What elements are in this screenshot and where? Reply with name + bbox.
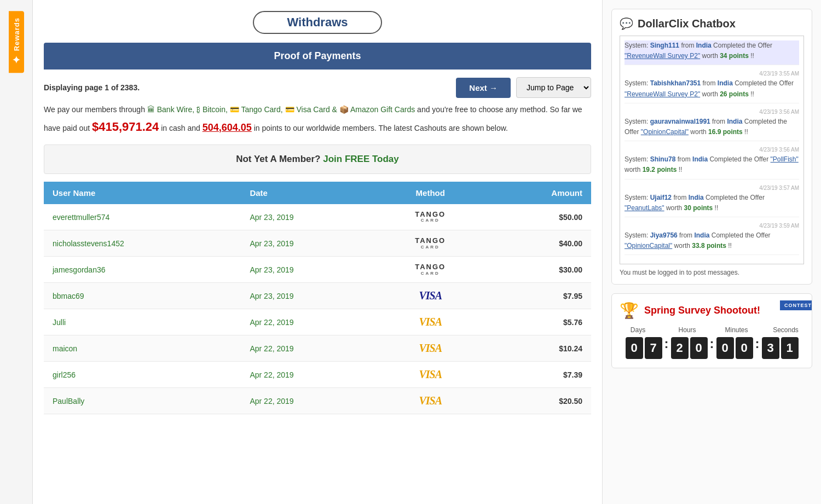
cell-date: Apr 23, 2019	[241, 204, 377, 230]
cell-amount: $5.76	[484, 309, 591, 335]
chat-entry: 4/23/19 3:59 AMSystem: Jiya9756 from Ind…	[625, 222, 799, 255]
chat-points: 26 points	[720, 90, 749, 98]
cell-amount: $10.24	[484, 335, 591, 362]
table-row: everettmuller574 Apr 23, 2019 TANGOCARD …	[44, 204, 591, 230]
cell-date: Apr 23, 2019	[241, 230, 377, 257]
cell-method: TANGOCARD	[377, 257, 484, 283]
join-link[interactable]: Join FREE Today	[323, 154, 399, 164]
visa-logo: VISA	[419, 289, 442, 302]
contest-ribbon: CONTEST	[780, 300, 812, 310]
chat-points: 30 points	[684, 204, 713, 212]
tango-logo: TANGOCARD	[386, 211, 475, 223]
page-title-bar: Withdraws	[44, 11, 591, 34]
chat-offer[interactable]: "OpinionCapital"	[641, 128, 689, 136]
chat-entry: 4/23/19 3:57 AMSystem: Ujaif12 from Indi…	[625, 184, 799, 217]
tango-logo: TANGOCARD	[386, 263, 475, 276]
chat-timestamp: 4/23/19 3:59 AM	[625, 222, 799, 230]
rewards-tab[interactable]: ✦ Rewards	[9, 11, 24, 73]
chat-timestamp: 4/23/19 3:56 AM	[625, 108, 799, 117]
visa-icon: 💳 Visa Card &	[285, 105, 339, 114]
chat-system: System:	[625, 118, 650, 125]
cell-username: nicholasstevens1452	[44, 230, 241, 257]
chat-points: 19.2 points	[643, 166, 677, 173]
rewards-icon: ✦	[12, 54, 21, 66]
chat-system: System:	[625, 194, 650, 201]
cell-method: VISA	[377, 335, 484, 362]
countdown-row: 07:20:00:31	[620, 336, 804, 360]
digit-box: 0	[690, 337, 708, 359]
chat-entry: 4/23/19 3:55 AMSystem: Tabishkhan7351 fr…	[625, 69, 799, 103]
countdown-colon: :	[664, 336, 669, 351]
left-sidebar: ✦ Rewards	[0, 0, 33, 504]
tango-logo: TANGOCARD	[386, 237, 475, 250]
digit-box: 2	[671, 337, 689, 359]
digit-box: 0	[716, 337, 734, 359]
countdown-labels: Days Hours Minutes Seconds	[620, 326, 804, 336]
cell-date: Apr 22, 2019	[241, 335, 377, 362]
chat-user[interactable]: Tabishkhan7351	[650, 79, 701, 87]
countdown-digits-group: 07	[626, 337, 662, 359]
chat-points: 16.9 points	[708, 128, 743, 136]
visa-logo-gold: VISA	[419, 395, 442, 407]
table-row: girl256 Apr 22, 2019 VISA $7.39	[44, 362, 591, 388]
jump-to-page-select[interactable]: Jump to Page	[516, 77, 591, 98]
cell-amount: $7.39	[484, 362, 591, 388]
chat-offer[interactable]: "RevenueWall Survey P2"	[625, 52, 700, 60]
cell-method: TANGOCARD	[377, 230, 484, 257]
cell-date: Apr 22, 2019	[241, 309, 377, 335]
chat-offer[interactable]: "PeanutLabs"	[625, 204, 664, 212]
chat-system: System:	[625, 79, 650, 87]
amazon-icon: 📦 Amazon Gift Cards	[339, 105, 415, 114]
table-row: jamesgordan36 Apr 23, 2019 TANGOCARD $30…	[44, 257, 591, 283]
chat-system: System:	[625, 231, 650, 239]
digit-box: 0	[626, 337, 643, 359]
chat-country: India	[689, 194, 704, 201]
chat-entry: 4/23/19 3:56 AMSystem: gauravnainwal1991…	[625, 108, 799, 141]
col-date: Date	[241, 182, 377, 204]
chat-offer[interactable]: "RevenueWall Survey P2"	[625, 90, 700, 98]
join-text: Not Yet A Member?	[236, 154, 320, 164]
cash-total: $415,971.24	[92, 120, 159, 134]
chat-icon: 💬	[620, 17, 633, 30]
cell-username: girl256	[44, 362, 241, 388]
cell-amount: $20.50	[484, 388, 591, 414]
cell-date: Apr 23, 2019	[241, 257, 377, 283]
contest-title-row: 🏆 Spring Survey Shootout!	[620, 302, 804, 320]
points-total: 504,604.05	[203, 122, 252, 133]
cell-method: VISA	[377, 283, 484, 309]
chat-entry: 4/23/19 3:56 AMSystem: Shinu78 from Indi…	[625, 146, 799, 179]
digit-box: 7	[645, 337, 662, 359]
chat-offer[interactable]: "OpinionCapital"	[625, 242, 672, 250]
chatbox-title: 💬 DollarClix Chatbox	[620, 17, 804, 30]
cell-date: Apr 22, 2019	[241, 388, 377, 414]
countdown-digits-group: 31	[762, 337, 799, 359]
chat-country: India	[694, 231, 709, 239]
chat-timestamp: 4/23/19 3:56 AM	[625, 146, 799, 154]
cell-amount: $50.00	[484, 204, 591, 230]
table-row: maicon Apr 22, 2019 VISA $10.24	[44, 335, 591, 362]
chat-user[interactable]: Jiya9756	[650, 231, 678, 239]
cell-date: Apr 22, 2019	[241, 362, 377, 388]
chat-country: India	[696, 42, 712, 49]
chat-offer[interactable]: "PollFish"	[771, 155, 799, 163]
chat-user[interactable]: gauravnainwal1991	[650, 118, 710, 125]
next-button[interactable]: Next →	[456, 78, 511, 98]
contest-box: CONTEST 🏆 Spring Survey Shootout! Days H…	[611, 293, 812, 368]
chat-points: 34 points	[720, 52, 749, 60]
bank-icon: 🏛 Bank Wire, ₿ Bitcoin,	[147, 105, 230, 114]
chatbox-content[interactable]: System: Singh111 from India Completed th…	[620, 36, 804, 264]
chat-user[interactable]: Ujaif12	[650, 194, 672, 201]
cell-username: bbmac69	[44, 283, 241, 309]
visa-logo-gold: VISA	[419, 368, 442, 380]
cell-method: VISA	[377, 388, 484, 414]
minutes-label: Minutes	[725, 326, 748, 334]
table-header-row: User Name Date Method Amount	[44, 182, 591, 204]
desc-mid2: in cash and	[161, 124, 200, 132]
chat-user[interactable]: Singh111	[650, 42, 679, 49]
cell-method: VISA	[377, 362, 484, 388]
chat-country: India	[692, 155, 708, 163]
right-sidebar: 💬 DollarClix Chatbox System: Singh111 fr…	[602, 0, 821, 504]
desc-intro: We pay our members through	[44, 105, 145, 114]
chat-user[interactable]: Shinu78	[650, 155, 676, 163]
countdown-colon: :	[710, 336, 714, 351]
